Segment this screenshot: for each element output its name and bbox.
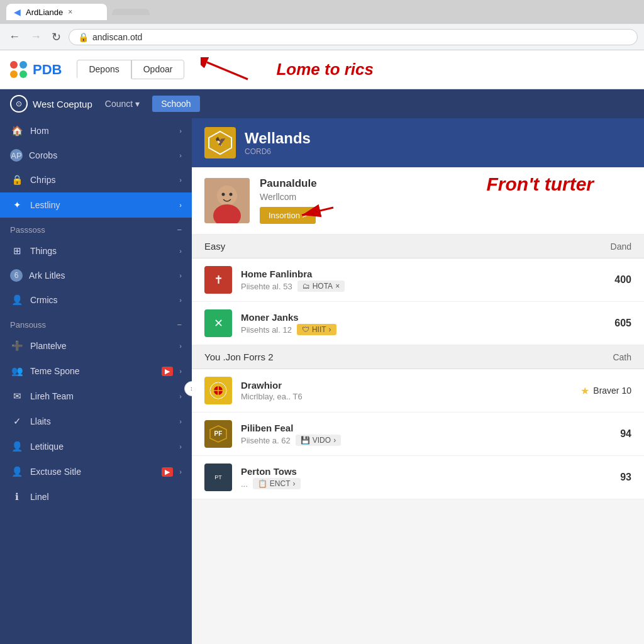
svg-text:🦅: 🦅 — [215, 136, 226, 147]
logo-petal-green — [19, 70, 27, 78]
browser-chrome: ◀ ArdLiande × ← → ↻ 🔒 andiscan.otd — [0, 0, 644, 50]
corobs-icon: AP — [10, 149, 23, 162]
linel-icon: ℹ — [10, 490, 24, 504]
page-content: PDB Depons Opdoar Lome to rics — [0, 50, 644, 644]
team-badge-svg: 🦅 — [208, 130, 233, 155]
tab-close-button[interactable]: × — [68, 8, 72, 16]
sidebar-item-plantelve[interactable]: ➕ Plantelve › — [0, 333, 192, 358]
moner-janks-info: Moner Janks Piisehts al. 12 🛡 HIIT › — [241, 312, 597, 335]
piliben-feal-value: 94 — [606, 428, 631, 440]
sidebar-item-llaits[interactable]: ✓ Llaits › — [0, 409, 192, 434]
perton-badge-svg: PT — [209, 468, 228, 487]
sidebar-item-letitique[interactable]: 👤 Letitique › — [0, 434, 192, 459]
hota-badge: 🗂 HOTA × — [297, 280, 345, 292]
hom-icon: 🏠 — [10, 124, 24, 138]
forward-button[interactable]: → — [28, 28, 44, 46]
team-badge: 🦅 — [204, 127, 236, 158]
chevron-right-icon: › — [179, 392, 182, 400]
back-button[interactable]: ← — [6, 28, 23, 46]
sidebar-item-linel[interactable]: ℹ Linel — [0, 484, 192, 509]
list-item-moner-janks[interactable]: ✕ Moner Janks Piisehts al. 12 🛡 HIIT › 6… — [192, 302, 644, 345]
sidebar-item-exctuse-sitle[interactable]: 👤 Exctuse Sitle ▶ › — [0, 459, 192, 484]
svg-line-10 — [302, 208, 333, 215]
braver-label: Braver 10 — [593, 386, 631, 396]
svg-point-5 — [217, 186, 237, 206]
profile-card: Paunaldule Werllcom Insortion > Fron't t… — [192, 167, 644, 235]
red-arrow-profile — [299, 201, 336, 220]
tab-title: ArdLiande — [26, 8, 63, 17]
sidebar-item-chrips[interactable]: 🔒 Chrips › — [0, 167, 192, 192]
site-header: PDB Depons Opdoar Lome to rics — [0, 50, 644, 89]
moner-janks-icon: ✕ — [204, 309, 232, 337]
logo-icon — [10, 61, 28, 79]
logo-area: PDB — [10, 61, 62, 79]
browser-tab-active[interactable]: ◀ ArdLiande × — [6, 4, 107, 20]
browser-titlebar: ◀ ArdLiande × — [0, 0, 644, 24]
chevron-right-icon: › — [179, 176, 182, 184]
exctuse-sitle-icon: 👤 — [10, 465, 24, 479]
list-item-home-fanlinbra[interactable]: ✝ Home Fanlinbra Piisehte al. 53 🗂 HOTA … — [192, 258, 644, 302]
sidebar-item-ark-litles[interactable]: 6 Ark Litles › — [0, 264, 192, 287]
nav-btn-school[interactable]: Schooh — [152, 96, 199, 112]
ark-litles-icon: 6 — [10, 269, 23, 282]
main-body: 🏠 Hom › AP Corobs › 🔒 Chrips › ✦ Lestlin… — [0, 118, 644, 644]
home-fanlinbra-icon: ✝ — [204, 266, 232, 294]
section-easy-right: Dand — [611, 242, 631, 252]
svg-point-8 — [230, 193, 233, 196]
sidebar-item-lireh-team[interactable]: ✉ Lireh Team › — [0, 384, 192, 409]
front-turter-annotation: Fron't turter — [487, 174, 594, 195]
browser-tab-inactive[interactable] — [112, 9, 150, 15]
enct-badge: 📋 ENCT › — [253, 478, 301, 489]
svg-text:PF: PF — [214, 430, 223, 437]
chevron-down-icon: ▾ — [135, 99, 140, 109]
plantelve-icon: ➕ — [10, 339, 24, 353]
perton-tows-icon: PT — [204, 464, 232, 491]
reload-button[interactable]: ↻ — [49, 28, 64, 47]
team-info: Wellands CORD6 — [245, 130, 311, 156]
sidebar-item-hom[interactable]: 🏠 Hom › — [0, 118, 192, 143]
sidebar-item-lestliny[interactable]: ✦ Lestliny › — [0, 192, 192, 218]
chevron-right-icon: › — [179, 367, 182, 375]
sidebar-item-things[interactable]: ⊞ Things › — [0, 238, 192, 264]
piliben-feal-icon: PF — [204, 420, 232, 448]
ssl-icon: 🔒 — [78, 32, 89, 42]
list-item-perton-tows[interactable]: PT Perton Tows ... 📋 ENCT › 93 — [192, 456, 644, 499]
header-tab-depons[interactable]: Depons — [77, 60, 131, 79]
minus-icon: − — [177, 320, 182, 330]
logo-petal-blue — [19, 61, 27, 69]
chevron-right-icon: › — [179, 443, 182, 450]
address-bar[interactable]: 🔒 andiscan.otd — [69, 29, 638, 45]
sidebar-item-teme-spone[interactable]: 👥 Teme Spone ▶ › — [0, 358, 192, 384]
header-tab-opdoar[interactable]: Opdoar — [131, 60, 185, 79]
teme-spone-badge: ▶ — [162, 367, 173, 376]
exctuse-sitle-badge: ▶ — [162, 467, 173, 477]
drawhior-icon — [204, 377, 232, 404]
sidebar-item-corobs[interactable]: AP Corobs › — [0, 143, 192, 167]
sidebar-item-crmics[interactable]: 👤 Crmics › — [0, 287, 192, 313]
red-arrow-annotation — [201, 57, 251, 82]
svg-text:PT: PT — [214, 474, 222, 480]
nav-brand-icon: ⊙ — [10, 95, 28, 113]
lireh-team-icon: ✉ — [10, 389, 24, 403]
drawhior-info: Drawhior Micrlblay, ea.. T6 — [241, 380, 572, 401]
lome-to-rics-annotation: Lome to rics — [276, 60, 374, 79]
section-jon-right: Cath — [613, 352, 631, 362]
minus-icon: − — [177, 225, 182, 235]
list-item-drawhior[interactable]: Drawhior Micrlblay, ea.. T6 ★ Braver 10 — [192, 369, 644, 413]
team-code: CORD6 — [245, 147, 311, 156]
chevron-right-icon: › — [179, 342, 182, 350]
sidebar-section-pansouss: Pansouss − — [0, 313, 192, 333]
list-item-piliben-feal[interactable]: PF Piliben Feal Piisehte a. 62 💾 VIDO › … — [192, 413, 644, 456]
chevron-right-icon: › — [179, 296, 182, 304]
chevron-right-icon: › — [179, 152, 182, 159]
chevron-right-icon: › — [179, 127, 182, 135]
drawhior-badge-svg — [209, 381, 228, 400]
content-header: 🦅 Wellands CORD6 — [192, 118, 644, 167]
profile-name: Paunaldule — [260, 177, 317, 190]
nav-menu-counct[interactable]: Counct ▾ — [105, 99, 140, 109]
content-area: 🦅 Wellands CORD6 — [192, 118, 644, 644]
logo-petal-red — [10, 61, 18, 69]
home-fanlinbra-value: 400 — [606, 274, 631, 286]
profile-subtitle: Werllcom — [260, 192, 317, 202]
vido-badge: 💾 VIDO › — [296, 435, 341, 446]
